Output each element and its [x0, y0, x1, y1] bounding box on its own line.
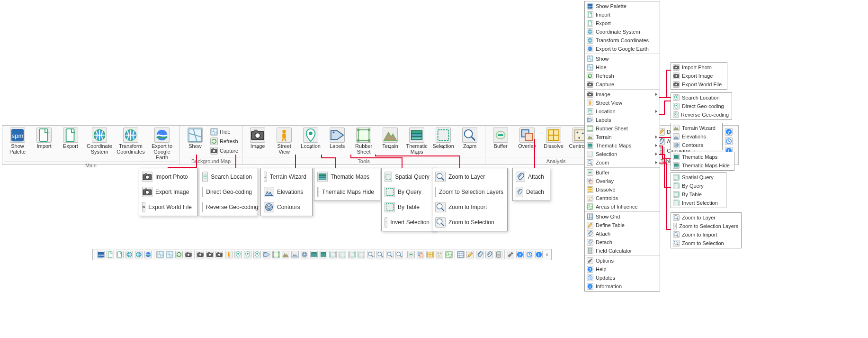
panel-item-refresh[interactable]: Refresh	[585, 72, 660, 80]
panel-item-buffer[interactable]: Buffer	[585, 168, 660, 177]
toolbar-close[interactable]: ×	[544, 252, 550, 257]
tb-rubber-sheet[interactable]	[271, 250, 281, 259]
panel-item-zoom[interactable]: Zoom	[585, 158, 660, 167]
panel-item-define-table[interactable]: Define Table	[585, 221, 660, 229]
flyout-item-zoom-to-selection[interactable]: Zoom to Selection	[671, 239, 741, 247]
hide-map-button[interactable]: Hide	[209, 127, 239, 137]
panel-item-export[interactable]: Export	[585, 19, 660, 27]
tb-refresh[interactable]	[174, 250, 184, 259]
tb-show-map[interactable]	[155, 250, 165, 259]
tb-thematic-maps-hide[interactable]	[319, 250, 328, 259]
panel-item-detach[interactable]: Detach	[585, 238, 660, 247]
terrain-button[interactable]: Terrain	[377, 127, 403, 150]
tb-import[interactable]	[106, 250, 115, 259]
panel-item-hide[interactable]: Hide	[585, 63, 660, 72]
updates-button[interactable]	[724, 137, 735, 146]
tb-elevations[interactable]	[290, 250, 300, 259]
panel-item-capture[interactable]: Capture	[585, 80, 660, 89]
refresh-map-button[interactable]: Refresh	[209, 137, 239, 146]
tb-by-table[interactable]	[347, 250, 357, 259]
panel-item-transform-coordinates[interactable]: Transform Coordinates	[585, 36, 660, 45]
tb-spatial-query[interactable]	[328, 250, 338, 259]
tb-by-query[interactable]	[338, 250, 347, 259]
image-button[interactable]: Image	[244, 127, 271, 150]
tb-attach[interactable]	[475, 250, 484, 259]
flyout-item-import-photo[interactable]: Import Photo	[671, 63, 727, 72]
panel-item-centroids[interactable]: Centroids	[585, 194, 660, 202]
panel-item-updates[interactable]: Updates	[585, 274, 660, 282]
tb-show-palette[interactable]	[96, 250, 106, 259]
tb-centroids[interactable]	[435, 250, 444, 259]
flyout-item-by-table[interactable]: By Table	[671, 190, 726, 199]
mi-by-table[interactable]: By Table	[383, 200, 434, 215]
flyout-item-search-location[interactable]: Search Location	[671, 93, 732, 102]
tb-search-location[interactable]	[233, 250, 243, 259]
panel-item-labels[interactable]: Labels	[585, 116, 660, 124]
mi-zoom-to-layer[interactable]: Zoom to Layer	[433, 169, 506, 184]
tb-google-earth[interactable]	[143, 250, 153, 259]
flyout-item-zoom-to-selection-layers[interactable]: Zoom to Selection Layers	[671, 222, 741, 230]
thematic-maps-button[interactable]: Thematic Maps	[403, 127, 430, 155]
panel-item-help[interactable]: Help	[585, 265, 660, 274]
show-palette-button[interactable]: Show Palette	[4, 127, 31, 155]
tb-reverse-geo[interactable]	[252, 250, 262, 259]
flyout-item-elevations[interactable]: Elevations	[671, 132, 722, 141]
tb-zoom-selection[interactable]	[394, 250, 404, 259]
mi-export-image[interactable]: Export Image	[140, 184, 197, 200]
zoom-button[interactable]: Zoom	[456, 127, 483, 150]
panel-item-show-grid[interactable]: Show Grid	[585, 212, 660, 221]
mi-invert-selection[interactable]: Invert Selection	[383, 215, 434, 230]
panel-item-street-view[interactable]: Street View	[585, 99, 660, 107]
tb-dissolve[interactable]	[425, 250, 435, 259]
flyout-item-thematic-maps[interactable]: Thematic Maps	[671, 153, 734, 161]
import-button[interactable]: Import	[31, 127, 57, 150]
panel-item-attach[interactable]: Attach	[585, 229, 660, 238]
panel-item-information[interactable]: Information	[585, 282, 660, 291]
panel-item-field-calculator[interactable]: Field Calculator	[585, 247, 660, 255]
tb-capture[interactable]	[184, 250, 193, 259]
panel-item-coordinate-system[interactable]: Coordinate System	[585, 27, 660, 36]
panel-item-import[interactable]: Import	[585, 10, 660, 19]
mi-spatial-query[interactable]: Spatial Query	[383, 169, 434, 184]
tb-updates[interactable]	[525, 250, 534, 259]
tb-calculator[interactable]	[494, 250, 503, 259]
panel-item-rubber-sheet[interactable]: Rubber Sheet	[585, 124, 660, 133]
tb-invert-selection[interactable]	[357, 250, 366, 259]
mi-zoom-to-selection[interactable]: Zoom to Selection	[433, 215, 506, 230]
flyout-item-reverse-geo-coding[interactable]: Reverse Geo-coding	[671, 110, 732, 119]
tb-terrain-wizard[interactable]	[281, 250, 290, 259]
flyout-item-zoom-to-layer[interactable]: Zoom to Layer	[671, 213, 741, 222]
flyout-item-zoom-to-import[interactable]: Zoom to Import	[671, 230, 741, 239]
flyout-item-thematic-maps-hide[interactable]: Thematic Maps Hide	[671, 161, 734, 170]
show-map-button[interactable]: Show	[182, 127, 208, 150]
tb-contours[interactable]	[300, 250, 309, 259]
labels-button[interactable]: Labels	[324, 127, 350, 150]
flyout-item-by-query[interactable]: By Query	[671, 182, 726, 190]
street-view-button[interactable]: Street View	[271, 127, 297, 155]
buffer-button[interactable]: Buffer	[487, 127, 514, 150]
panel-item-image[interactable]: Image	[585, 90, 660, 99]
transform-coordinates-button[interactable]: Transform Coordinates	[115, 127, 146, 155]
tb-direct-geo[interactable]	[243, 250, 252, 259]
tb-zoom-layer[interactable]	[366, 250, 376, 259]
tb-detach[interactable]	[484, 250, 494, 259]
tb-thematic-maps[interactable]	[309, 250, 319, 259]
flyout-item-spatial-query[interactable]: Spatial Query	[671, 173, 726, 182]
mi-search-location[interactable]: Search Location	[200, 169, 257, 184]
flyout-item-terrain-wizard[interactable]: Terrain Wizard	[671, 124, 722, 132]
flyout-item-contours[interactable]: Contours	[671, 141, 722, 149]
panel-item-thematic-maps[interactable]: Thematic Maps	[585, 141, 660, 150]
tb-show-grid[interactable]	[456, 250, 465, 259]
mi-thematic-maps-hide[interactable]: Thematic Maps Hide	[315, 184, 379, 200]
mi-zoom-to-selection-layers[interactable]: Zoom to Selection Layers	[433, 184, 506, 200]
mi-detach[interactable]: Detach	[514, 184, 549, 200]
mi-direct-geocoding[interactable]: Direct Geo-coding	[200, 184, 257, 200]
tb-buffer[interactable]	[406, 250, 416, 259]
tb-voronoi[interactable]	[444, 250, 454, 259]
dissolve-button[interactable]: Dissolve	[540, 127, 567, 150]
tb-labels[interactable]	[262, 250, 271, 259]
tb-zoom-import[interactable]	[385, 250, 394, 259]
flyout-item-export-image[interactable]: Export Image	[671, 72, 727, 80]
coordinate-system-button[interactable]: Coordinate System	[84, 127, 115, 155]
panel-item-selection[interactable]: Selection	[585, 150, 660, 158]
